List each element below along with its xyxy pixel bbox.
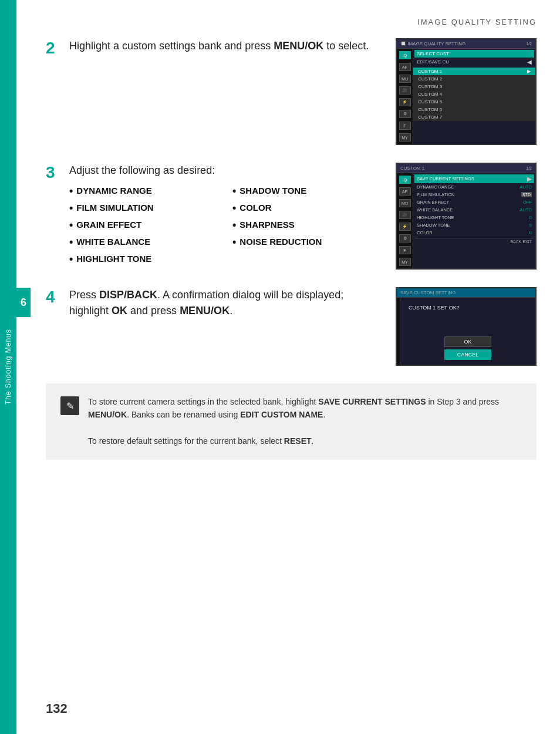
bullet-dynamic-range: • DYNAMIC RANGE [69, 183, 221, 199]
step-2-text-after: to select. [323, 40, 369, 52]
screen2-body: IQ AF MU 🎥 ⚡ ⚙ F MY SAVE CURRENT SETTING… [397, 173, 535, 268]
screen3-header: SAVE CUSTOM SETTING [397, 288, 535, 298]
screen2-save-arrow: ▶ [527, 176, 532, 182]
sidebar-icon-mu: MU [399, 75, 411, 83]
screen3-ok-btn[interactable]: OK [444, 336, 491, 347]
step-3-intro: Adjust the following as desired: [69, 164, 215, 176]
screen2-footer-text: BACK EXIT [510, 240, 532, 244]
note-p1-bold2: MENU/OK [88, 410, 127, 419]
bullet-sharpness-label: SHARPNESS [239, 218, 294, 232]
bullet-color: • COLOR [232, 200, 384, 216]
screen2-wb-label: WHITE BALANCE [417, 207, 453, 213]
note-icon-symbol: ✎ [66, 400, 74, 412]
screen2-sidebar-iq: IQ [399, 176, 411, 184]
note-p1-bold1: SAVE CURRENT SETTINGS [318, 397, 426, 406]
note-p1-after: . Banks can be renamed using [127, 410, 240, 419]
screen2-sidebar-mu: MU [399, 199, 411, 207]
screen2-row-wb: WHITE BALANCE AUTO [414, 206, 534, 214]
screen3-spacer [405, 325, 531, 336]
step-2-text: Highlight a custom settings bank and pre… [69, 38, 384, 54]
screen1: 🔲 IMAGE QUALITY SETTING 1/2 IQ AF MU 🎥 ⚡… [396, 38, 537, 145]
screen2-row-color: COLOR 0 [414, 229, 534, 237]
screen1-custom6: CUSTOM 6 [413, 106, 535, 113]
step-3-number: 3 [46, 163, 63, 183]
screen2-sidebar: IQ AF MU 🎥 ⚡ ⚙ F MY [397, 173, 413, 268]
screen1-custom4: CUSTOM 4 [413, 90, 535, 98]
step-3-bullets: • DYNAMIC RANGE • SHADOW TONE • FILM SIM… [69, 183, 384, 267]
screen2-ht-label: HIGHLIGHT TONE [417, 215, 454, 220]
screen2-save-label: SAVE CURRENT SETTINGS [417, 176, 474, 181]
screen2-sidebar-cam: 🎥 [399, 211, 411, 219]
screen2-dr-value: AUTO [519, 184, 532, 190]
screen3-content: CUSTOM 1 SET OK? OK CANCEL [400, 298, 535, 365]
note-p2-before: To restore default settings for the curr… [88, 436, 284, 446]
screen1-sidebar: IQ AF MU 🎥 ⚡ ⚙ F MY [397, 49, 413, 144]
page-number: 132 [46, 701, 68, 716]
bullet-wb-label: WHITE BALANCE [76, 235, 150, 249]
screen1-menu-item-edit: EDIT/SAVE CU ◀ [414, 58, 534, 66]
screen1-container: 🔲 IMAGE QUALITY SETTING 1/2 IQ AF MU 🎥 ⚡… [396, 38, 537, 145]
screen1-custom5: CUSTOM 5 [413, 98, 535, 106]
note-box: ✎ To store current camera settings in th… [46, 383, 537, 460]
screen2-st-label: SHADOW TONE [417, 223, 450, 228]
note-icon: ✎ [60, 396, 79, 415]
screen3-header-label: SAVE CUSTOM SETTING [400, 290, 456, 295]
screen2-container: CUSTOM 1 1/2 IQ AF MU 🎥 ⚡ ⚙ F MY [396, 163, 537, 270]
screen2-menu: SAVE CURRENT SETTINGS ▶ DYNAMIC RANGE AU… [413, 173, 535, 268]
bullet-grain: • GRAIN EFFECT [69, 217, 221, 233]
page-header-text: IMAGE QUALITY SETTING [417, 18, 537, 26]
screen1-custom7: CUSTOM 7 [413, 113, 535, 121]
bullet-shadow-tone: • SHADOW TONE [232, 183, 384, 199]
screen2-fs-value: STD [521, 192, 532, 197]
bullet-film-sim-label: FILM SIMULATION [76, 201, 153, 215]
note-p1-end: . [323, 410, 325, 419]
sidebar-icon-af: AF [399, 63, 411, 71]
bullet-highlight: • HIGHLIGHT TONE [69, 251, 221, 267]
screen2-header: CUSTOM 1 1/2 [397, 164, 535, 173]
screen2-sidebar-my: MY [399, 258, 411, 266]
note-paragraph2: To restore default settings for the curr… [88, 435, 522, 447]
bullet-noise-label: NOISE REDUCTION [239, 235, 322, 249]
screen1-custom2: CUSTOM 2 [413, 75, 535, 83]
main-content: IMAGE QUALITY SETTING 2 Highlight a cust… [16, 0, 560, 734]
step-4-number: 4 [46, 287, 63, 307]
step-4-text: Press DISP/BACK. A confirmation dialog w… [69, 287, 384, 319]
sidebar-icon-iq: IQ [399, 51, 411, 59]
screen2-fs-label: FILM SIMULATION [417, 192, 454, 197]
screen2-ge-label: GRAIN EFFECT [417, 200, 449, 205]
screen3: SAVE CUSTOM SETTING CUSTOM 1 SET OK? OK … [396, 287, 537, 366]
step-4-end: . [230, 305, 232, 317]
screen2-row-fs: FILM SIMULATION STD [414, 191, 534, 198]
note-paragraph1: To store current camera settings in the … [88, 395, 522, 422]
screen1-menu-main: SELECT CUST EDIT/SAVE CU ◀ [413, 49, 535, 68]
screen2-wb-value: AUTO [519, 207, 532, 213]
screen1-header: 🔲 IMAGE QUALITY SETTING 1/2 [397, 39, 535, 49]
screen1-custom1: CUSTOM 1 ▶ [413, 68, 535, 75]
screen3-cancel-btn[interactable]: CANCEL [444, 349, 491, 360]
note-text: To store current camera settings in the … [88, 395, 522, 448]
screen1-edit-label: EDIT/SAVE CU [417, 59, 449, 65]
step-4-bold3: MENU/OK [180, 305, 230, 317]
screen3-question: CUSTOM 1 SET OK? [405, 302, 531, 313]
bullet-color-label: COLOR [239, 201, 271, 215]
sidebar-icon-cam: 🎥 [399, 86, 411, 95]
screen1-menu-item-select: SELECT CUST [414, 50, 534, 58]
screen2-row-st: SHADOW TONE 0 [414, 221, 534, 229]
side-tab: The Shooting Menus [0, 0, 16, 734]
bullet-wb: • WHITE BALANCE [69, 234, 221, 250]
screen2-sidebar-flash: ⚡ [399, 223, 411, 231]
note-p1-before: To store current camera settings in the … [88, 397, 318, 406]
screen2-pagenum: 1/2 [526, 166, 532, 170]
step-4-row: 4 Press DISP/BACK. A confirmation dialog… [46, 287, 537, 366]
screen2-ge-value: OFF [523, 200, 532, 205]
step-4-bold1: DISP/BACK [99, 289, 157, 301]
screen3-buttons: OK CANCEL [405, 336, 531, 360]
step-2-text-before: Highlight a custom settings bank and pre… [69, 40, 274, 52]
screen2-color-value: 0 [529, 230, 532, 235]
note-p1-bold3: EDIT CUSTOM NAME [240, 410, 323, 419]
screen2-ht-value: 0 [529, 215, 532, 220]
step-3-row: 3 Adjust the following as desired: • DYN… [46, 163, 537, 270]
bullet-film-sim: • FILM SIMULATION [69, 200, 221, 216]
screen1-body: IQ AF MU 🎥 ⚡ ⚙ F MY SELECT CUST [397, 49, 535, 144]
step-4-bold2: OK [112, 305, 127, 317]
